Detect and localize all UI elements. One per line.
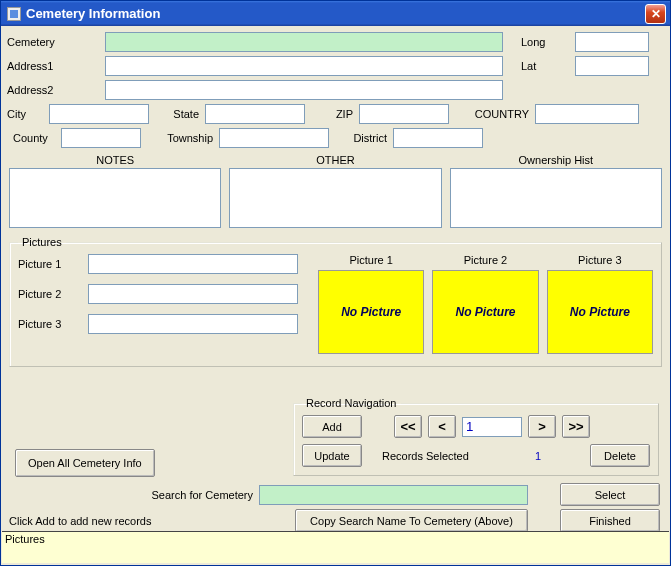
pictures-legend: Pictures [18,236,66,248]
no-picture-text: No Picture [341,305,401,319]
close-button[interactable]: ✕ [645,4,666,24]
picture3-input[interactable] [88,314,298,334]
label-zip: ZIP [305,108,353,120]
cemetery-input[interactable] [105,32,503,52]
preview3-label: Picture 3 [578,254,621,266]
first-button[interactable]: << [394,415,422,438]
window-title: Cemetery Information [26,6,645,21]
finished-button[interactable]: Finished [560,509,660,532]
record-navigation-group: Record Navigation Add << < > >> Update R… [293,397,659,476]
no-picture-text: No Picture [455,305,515,319]
status-bar: Pictures [2,531,669,563]
form-body: Cemetery Long Address1 Lat Address2 City… [1,26,670,373]
update-button[interactable]: Update [302,444,362,467]
last-button[interactable]: >> [562,415,590,438]
search-input[interactable] [259,485,528,505]
label-city: City [7,108,49,120]
open-all-cemetery-button[interactable]: Open All Cemetery Info [15,449,155,477]
label-cemetery: Cemetery [7,36,105,48]
label-picture1: Picture 1 [18,258,88,270]
prev-button[interactable]: < [428,415,456,438]
select-button[interactable]: Select [560,483,660,506]
records-count: 1 [518,450,558,462]
city-input[interactable] [49,104,149,124]
pictures-group: Pictures Picture 1 Picture 2 Picture 3 [9,236,662,367]
township-input[interactable] [219,128,329,148]
label-long: Long [521,36,575,48]
record-number-input[interactable] [462,417,522,437]
picture1-input[interactable] [88,254,298,274]
picture2-input[interactable] [88,284,298,304]
state-input[interactable] [205,104,305,124]
copy-search-button[interactable]: Copy Search Name To Cemetery (Above) [295,509,528,532]
lat-input[interactable] [575,56,649,76]
label-address1: Address1 [7,60,105,72]
label-other: OTHER [316,154,355,166]
address2-input[interactable] [105,80,503,100]
hint-text: Click Add to add new records [9,515,289,527]
picture3-preview: No Picture [547,270,653,354]
label-picture2: Picture 2 [18,288,88,300]
search-label: Search for Cemetery [135,489,253,501]
label-county: County [13,132,61,144]
nav-legend: Record Navigation [302,397,401,409]
notes-textarea[interactable] [9,168,221,228]
titlebar: Cemetery Information ✕ [1,1,670,26]
long-input[interactable] [575,32,649,52]
delete-button[interactable]: Delete [590,444,650,467]
label-picture3: Picture 3 [18,318,88,330]
district-input[interactable] [393,128,483,148]
window: Cemetery Information ✕ Cemetery Long Add… [0,0,671,566]
add-button[interactable]: Add [302,415,362,438]
label-state: State [149,108,199,120]
records-selected-label: Records Selected [368,450,512,462]
label-lat: Lat [521,60,575,72]
ownership-textarea[interactable] [450,168,662,228]
other-textarea[interactable] [229,168,441,228]
status-text: Pictures [5,533,45,545]
next-button[interactable]: > [528,415,556,438]
no-picture-text: No Picture [570,305,630,319]
address1-input[interactable] [105,56,503,76]
preview1-label: Picture 1 [349,254,392,266]
label-township: Township [141,132,213,144]
picture2-preview: No Picture [432,270,538,354]
label-address2: Address2 [7,84,105,96]
label-country: COUNTRY [449,108,529,120]
app-icon [7,7,21,21]
label-notes: NOTES [96,154,134,166]
county-input[interactable] [61,128,141,148]
label-ownership: Ownership Hist [519,154,594,166]
close-icon: ✕ [651,7,661,21]
country-input[interactable] [535,104,639,124]
picture1-preview: No Picture [318,270,424,354]
preview2-label: Picture 2 [464,254,507,266]
label-district: District [329,132,387,144]
zip-input[interactable] [359,104,449,124]
